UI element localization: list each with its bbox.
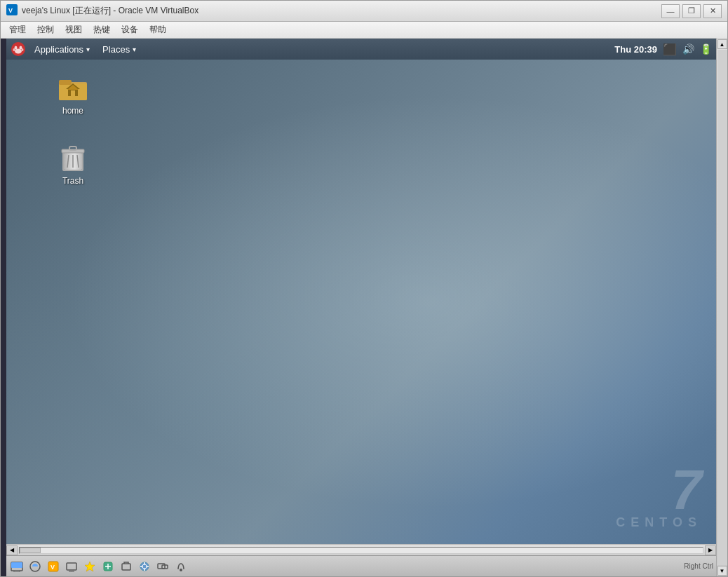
svg-point-7 [22, 48, 24, 51]
right-ctrl-label: Right Ctrl [684, 562, 713, 570]
places-arrow: ▾ [133, 46, 136, 53]
svg-rect-29 [67, 563, 76, 570]
centos-brand-text: CENTOS [616, 515, 702, 530]
minimize-button[interactable]: — [661, 4, 680, 18]
vm-icon-9[interactable] [155, 559, 170, 574]
volume-icon[interactable]: 🔊 [682, 43, 694, 55]
applications-menu[interactable]: Applications ▾ [29, 43, 95, 56]
menu-control[interactable]: 控制 [32, 22, 60, 37]
panel-left: Applications ▾ Places ▾ [11, 41, 142, 57]
vm-icon-3[interactable]: V [46, 559, 61, 574]
menu-hotkey[interactable]: 热键 [88, 22, 116, 37]
vertical-scrollbar[interactable]: ▲ ▼ [716, 39, 727, 576]
scroll-up-btn[interactable]: ▲ [717, 39, 727, 49]
battery-icon[interactable]: 🔋 [700, 43, 712, 55]
vm-icon-10[interactable] [173, 559, 189, 574]
places-menu[interactable]: Places ▾ [97, 43, 142, 56]
home-folder-image [56, 69, 90, 103]
panel-right: Thu 20:39 ⬛ 🔊 🔋 [614, 43, 712, 56]
desktop[interactable]: home [6, 60, 716, 544]
vm-content: Applications ▾ Places ▾ Thu 20:39 ⬛ 🔊 [1, 39, 727, 576]
home-folder-icon[interactable]: home [45, 67, 101, 118]
vm-icon-1[interactable] [9, 559, 25, 574]
vm-main: Applications ▾ Places ▾ Thu 20:39 ⬛ 🔊 [6, 39, 716, 576]
svg-rect-23 [11, 562, 22, 568]
svg-point-6 [13, 48, 15, 51]
svg-point-3 [15, 49, 22, 54]
clock-display: Thu 20:39 [614, 44, 657, 55]
vm-taskbar: V [6, 555, 716, 576]
window-title: veeja's Linux [正在运行] - Oracle VM Virtual… [22, 5, 661, 17]
gnome-panel: Applications ▾ Places ▾ Thu 20:39 ⬛ 🔊 [6, 39, 716, 60]
vm-icon-8[interactable] [137, 559, 152, 574]
scrollbar-track[interactable] [19, 547, 703, 554]
scroll-down-btn[interactable]: ▼ [717, 566, 727, 576]
trash-image [56, 140, 90, 173]
svg-point-44 [180, 569, 182, 571]
svg-rect-13 [71, 90, 75, 96]
menu-devices[interactable]: 设备 [116, 22, 144, 37]
trash-icon[interactable]: Trash [45, 137, 101, 189]
scroll-right-btn[interactable]: ▶ [705, 545, 716, 555]
vm-icon-2[interactable] [27, 559, 43, 574]
monitor-icon[interactable]: ⬛ [663, 43, 677, 56]
menu-bar: 管理 控制 视图 热键 设备 帮助 [1, 22, 727, 39]
applications-arrow: ▾ [86, 46, 90, 53]
scrollbar-thumb[interactable] [20, 548, 41, 553]
scroll-track[interactable] [717, 50, 727, 565]
places-label: Places [102, 44, 130, 55]
vm-icon-4[interactable] [64, 559, 79, 574]
vm-icon-7[interactable] [119, 559, 134, 574]
virtualbox-window: V veeja's Linux [正在运行] - Oracle VM Virtu… [0, 0, 728, 577]
scroll-left-btn[interactable]: ◀ [6, 545, 18, 555]
svg-text:V: V [8, 7, 13, 14]
menu-view[interactable]: 视图 [60, 22, 88, 37]
svg-rect-42 [158, 564, 165, 569]
svg-rect-10 [59, 80, 72, 85]
menu-manage[interactable]: 管理 [4, 22, 32, 37]
left-resize-bar[interactable] [1, 39, 6, 576]
svg-rect-35 [122, 564, 130, 570]
svg-text:V: V [50, 564, 55, 571]
close-button[interactable]: ✕ [703, 4, 722, 18]
trash-icon-label: Trash [62, 176, 83, 186]
title-bar: V veeja's Linux [正在运行] - Oracle VM Virtu… [1, 1, 727, 22]
window-controls: — ❐ ✕ [661, 4, 722, 18]
vm-icon-5[interactable] [82, 559, 97, 574]
svg-rect-25 [13, 571, 20, 572]
applications-label: Applications [34, 44, 83, 55]
restore-button[interactable]: ❐ [682, 4, 701, 18]
centos-version-number: 7 [616, 465, 702, 515]
centos-watermark: 7 CENTOS [616, 465, 702, 530]
virtualbox-icon: V [6, 4, 18, 18]
vm-icon-6[interactable] [100, 559, 116, 574]
svg-rect-21 [69, 147, 76, 150]
gnome-foot-icon [11, 41, 26, 57]
horizontal-scrollbar[interactable]: ◀ ▶ [6, 544, 716, 555]
menu-help[interactable]: 帮助 [144, 22, 172, 37]
home-icon-label: home [62, 106, 83, 116]
